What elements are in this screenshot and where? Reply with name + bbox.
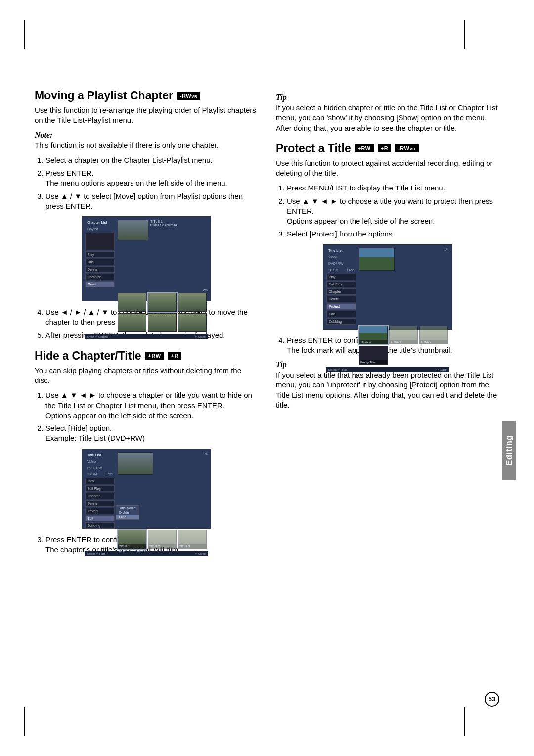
ss-menu-item: Delete <box>85 266 115 273</box>
step: Use ▲ / ▼ to select [Move] option from P… <box>45 191 258 212</box>
ss-menu-item: Chapter <box>326 288 356 295</box>
ss-header: Title List <box>326 248 356 253</box>
ss-footer-right: ↩ Close <box>195 552 206 555</box>
manual-page: Moving a Playlist Chapter -RWVR Use this… <box>0 0 534 756</box>
badge-rwvr: -RWVR <box>395 144 418 152</box>
ss-menu-item: Chapter <box>85 493 115 499</box>
ss-popup-edit: Title Name Divide Hide <box>116 505 139 520</box>
badge-plus-r: +R <box>378 144 391 152</box>
step: Select [Protect] from the options. <box>287 229 499 239</box>
section-intro: Use this function to protect against acc… <box>276 158 499 179</box>
popup-item: Title Name <box>116 506 139 510</box>
crop-mark <box>24 20 25 49</box>
step: Use ▲ ▼ ◄ ► to choose a title you want t… <box>287 196 499 227</box>
badge-plus-r: +R <box>168 352 181 360</box>
ss-footer-right: ↩ Close <box>195 335 206 338</box>
ss-sub: Playlist <box>85 226 115 232</box>
ss-menu-item: Full Play <box>85 485 115 492</box>
section-tab-editing: Editing <box>502 421 516 480</box>
ss-header: Chapter List <box>85 220 115 225</box>
ss-menu-item-move: Move <box>85 281 115 287</box>
section-heading-hide: Hide a Chapter/Title +RW +R <box>35 349 258 363</box>
popup-item: Divide <box>116 510 139 515</box>
ss-footer-left: Select ⏎ Hide <box>328 368 347 371</box>
ss-menu-item: Delete <box>326 296 356 302</box>
screenshot-title-list-hide: Title List Video DVD+RW 28 SMFree Play F… <box>82 449 211 529</box>
two-column-layout: Moving a Playlist Chapter -RWVR Use this… <box>35 89 499 560</box>
right-column: Tip If you select a hidden chapter or ti… <box>276 89 499 560</box>
ss-disc: DVD+RW <box>326 261 356 266</box>
ss-menu-item: Edit <box>326 311 356 317</box>
screenshot-chapter-list: Chapter List Playlist Play Title Delete … <box>82 216 211 301</box>
step: Press ENTER. The menu options appears on… <box>45 168 258 189</box>
left-column: Moving a Playlist Chapter -RWVR Use this… <box>35 89 258 560</box>
section-heading-moving-playlist: Moving a Playlist Chapter -RWVR <box>35 89 258 102</box>
step: Use ▲ ▼ ◄ ► to choose a chapter or title… <box>45 390 258 421</box>
badge-plus-rw: +RW <box>145 352 164 360</box>
tip-text: If you select a hidden chapter or title … <box>276 103 499 133</box>
ss-menu-item: Delete <box>85 500 115 507</box>
ss-menu-item-protect: Protect <box>326 303 356 310</box>
ss-footer-left: Enter ⏎ Original <box>87 335 108 338</box>
crop-mark <box>464 20 485 49</box>
ss-footer-right: ↩ Close <box>436 368 447 371</box>
ss-count: 2/6 <box>118 288 208 292</box>
section-intro: Use this function to re-arrange the play… <box>35 105 258 126</box>
ss-menu-item: Dubbing <box>326 318 356 325</box>
badge-plus-rw: +RW <box>355 144 374 152</box>
heading-text: Moving a Playlist Chapter <box>35 89 173 102</box>
ss-menu-item: Play <box>85 251 115 258</box>
ss-menu-item: Dubbing <box>85 522 115 529</box>
section-heading-protect: Protect a Title +RW +R -RWVR <box>276 142 499 155</box>
ss-menu-item: Play <box>85 478 115 484</box>
ss-header: Title List <box>85 452 115 458</box>
heading-text: Hide a Chapter/Title <box>35 349 141 363</box>
ss-menu-item: Full Play <box>326 281 356 287</box>
ss-sub: Video <box>85 459 115 464</box>
ss-footer-left: Select ⏎ Hide <box>87 552 105 555</box>
steps-list: Use ▲ ▼ ◄ ► to choose a chapter or title… <box>35 390 258 443</box>
steps-list: Press MENU/LIST to display the Title Lis… <box>276 183 499 239</box>
ss-menu-item: Protect <box>85 508 115 514</box>
tip-text: If you select a title that has already b… <box>276 370 499 410</box>
ss-menu-item: Play <box>326 274 356 280</box>
section-intro: You can skip playing chapters or titles … <box>35 366 258 386</box>
note-text: This function is not available if there … <box>35 141 258 150</box>
side-tab-label: Editing <box>505 435 514 465</box>
crop-mark <box>24 707 44 736</box>
step: Press MENU/LIST to display the Title Lis… <box>287 183 499 193</box>
note-label: Note: <box>35 131 258 140</box>
ss-sub: Video <box>326 254 356 260</box>
page-number: 53 <box>485 692 499 707</box>
tip-label: Tip <box>276 93 499 102</box>
step: Select [Hide] option. Example: Title Lis… <box>45 424 258 444</box>
ss-menu-item: Title <box>85 259 115 265</box>
badge-rwvr: -RWVR <box>177 92 200 100</box>
popup-item-hide: Hide <box>116 515 139 519</box>
crop-mark <box>464 707 485 736</box>
ss-menu-item-edit: Edit <box>85 515 115 521</box>
step: Select a chapter on the Chapter List-Pla… <box>45 155 258 165</box>
screenshot-title-list-protect: Title List Video DVD+RW 28 SMFree Play F… <box>323 244 452 330</box>
ss-menu-item: Combine <box>85 274 115 280</box>
ss-disc: DVD+RW <box>85 465 115 471</box>
steps-list: Select a chapter on the Chapter List-Pla… <box>35 155 258 211</box>
heading-text: Protect a Title <box>276 142 351 155</box>
